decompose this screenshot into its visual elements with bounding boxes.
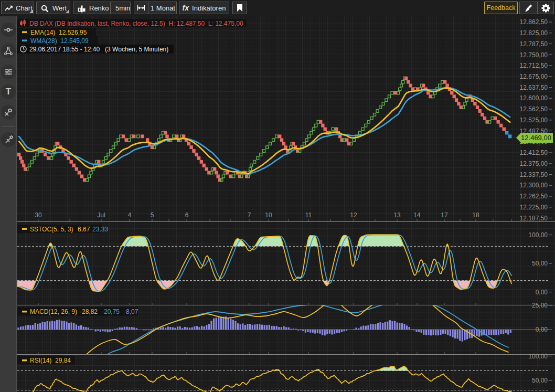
- svg-text:-8,07: -8,07: [124, 308, 138, 315]
- svg-text:7: 7: [248, 211, 251, 219]
- svg-text:12.637,50: 12.637,50: [520, 84, 548, 91]
- svg-text:5: 5: [151, 211, 154, 219]
- svg-text:14: 14: [413, 211, 421, 219]
- svg-text:11: 11: [305, 211, 312, 219]
- svg-text:10: 10: [265, 211, 272, 219]
- svg-text:12.600,00: 12.600,00: [520, 94, 548, 102]
- svg-text:12.712,50: 12.712,50: [520, 62, 548, 69]
- svg-text:-20,75: -20,75: [102, 308, 120, 315]
- svg-text:50,00: 50,00: [532, 260, 548, 267]
- svg-text:12.262,50: 12.262,50: [520, 193, 548, 200]
- svg-text:12.337,50: 12.337,50: [520, 171, 548, 178]
- svg-text:12.187,50: 12.187,50: [520, 215, 548, 222]
- svg-text:0,00: 0,00: [536, 289, 548, 296]
- svg-text:WMA(28) 12.545,09: WMA(28) 12.545,09: [30, 37, 89, 45]
- svg-text:100,00: 100,00: [528, 231, 548, 239]
- svg-text:30: 30: [35, 211, 42, 219]
- svg-text:Jul: Jul: [97, 211, 105, 219]
- svg-text:MACD(12, 26, 9): MACD(12, 26, 9): [30, 308, 77, 315]
- svg-text:12.525,00: 12.525,00: [520, 116, 548, 124]
- svg-text:12.469,00: 12.469,00: [521, 134, 551, 142]
- svg-text:12.562,50: 12.562,50: [520, 105, 548, 113]
- svg-text:RSI(14) 29,84: RSI(14) 29,84: [30, 357, 71, 364]
- svg-text:29.06.2017 18:55 - 12:40 (3: 29.06.2017 18:55 - 12:40 (3 Wochen, 5 Mi…: [29, 46, 168, 53]
- svg-text:EMA(14) 12.526,95: EMA(14) 12.526,95: [30, 29, 87, 36]
- svg-text:12: 12: [350, 211, 357, 219]
- svg-text:12.787,50: 12.787,50: [520, 40, 548, 48]
- svg-text:13: 13: [393, 211, 401, 219]
- svg-text:-28,82: -28,82: [80, 308, 98, 315]
- svg-text:23,33: 23,33: [92, 226, 108, 233]
- svg-text:4: 4: [128, 211, 132, 219]
- svg-text:12.825,00: 12.825,00: [520, 29, 548, 37]
- svg-text:DB DAX (DB Indikation, last, R: DB DAX (DB Indikation, last, Renko, clos…: [29, 20, 243, 27]
- svg-text:17: 17: [441, 211, 448, 219]
- svg-text:12.225,00: 12.225,00: [520, 204, 548, 211]
- svg-text:SSTOC(5, 5, 3): SSTOC(5, 5, 3): [30, 226, 73, 233]
- svg-text:12.750,00: 12.750,00: [520, 51, 548, 59]
- svg-text:50,00: 50,00: [532, 377, 548, 384]
- svg-text:12.862,50: 12.862,50: [520, 18, 548, 26]
- svg-text:6: 6: [185, 211, 189, 219]
- svg-text:0,00: 0,00: [536, 326, 548, 333]
- svg-text:12.375,00: 12.375,00: [520, 160, 548, 167]
- svg-text:100,00: 100,00: [528, 353, 548, 360]
- svg-text:12.675,00: 12.675,00: [520, 73, 548, 80]
- svg-text:12.412,50: 12.412,50: [520, 149, 548, 156]
- svg-text:18: 18: [472, 211, 479, 219]
- svg-text:12.300,00: 12.300,00: [520, 182, 548, 189]
- svg-text:25,00: 25,00: [532, 302, 548, 309]
- svg-text:6,67: 6,67: [78, 226, 90, 233]
